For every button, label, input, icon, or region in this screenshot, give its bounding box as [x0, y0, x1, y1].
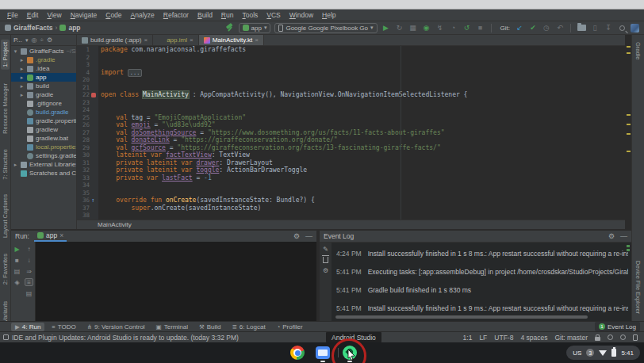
run-class-icon[interactable] [90, 91, 98, 99]
print-icon[interactable]: ▤ [25, 289, 33, 297]
menu-run[interactable]: Run [217, 10, 238, 20]
chevron-collapsed-icon[interactable]: ▸ [13, 162, 18, 168]
menu-build[interactable]: Build [194, 10, 217, 20]
tree-item-scratches-and-consoles[interactable]: Scratches and Consoles [11, 169, 76, 178]
chrome-icon[interactable] [290, 346, 305, 360]
chevron-collapsed-icon[interactable]: ▸ [19, 57, 25, 63]
tree-item-app[interactable]: ▸app [11, 73, 76, 82]
files-app-icon[interactable] [316, 346, 330, 359]
tree-item-build-gradle[interactable]: build.gradle [11, 108, 76, 117]
editor[interactable]: build.gradle (:app)×app.iml×MainActivity… [77, 35, 631, 229]
chevron-collapsed-icon[interactable]: ▸ [19, 83, 25, 90]
down-stack-icon[interactable]: ↓ [25, 256, 33, 264]
error-stripe[interactable] [625, 35, 631, 229]
editor-breadcrumb[interactable]: MainActivity [77, 220, 631, 229]
breadcrumb-module[interactable]: app [68, 24, 80, 32]
sync-icon[interactable] [462, 23, 472, 32]
rerun-icon[interactable]: ▶ [13, 245, 21, 253]
status-git-master[interactable]: Git: master [554, 334, 588, 342]
toolwindow-stripe-gradle[interactable]: Gradle [634, 40, 642, 63]
tree-item-gradle[interactable]: ▸gradle [11, 90, 76, 99]
menu-edit[interactable]: Edit [23, 10, 43, 20]
close-icon[interactable]: × [255, 36, 259, 44]
toolwindow-stripe-2-favorites[interactable]: 2: Favorites [1, 251, 10, 287]
apply-icon[interactable] [435, 23, 445, 32]
editor-tab-app-iml[interactable]: app.iml× [153, 35, 198, 45]
gear-icon[interactable]: ⚙ [608, 232, 615, 240]
code-area[interactable]: 1package com.naranjaconsal.giraffefacts2… [77, 46, 631, 220]
toolwindow-profiler[interactable]: ◔Profiler [273, 323, 307, 331]
lock-icon[interactable] [595, 337, 600, 341]
status-message[interactable]: IDE and Plugin Updates: Android Studio i… [12, 334, 239, 342]
event-log-button[interactable]: 1 Event Log [595, 322, 640, 331]
chevron-collapsed-icon[interactable]: ▸ [19, 75, 25, 81]
chevron-collapsed-icon[interactable]: ▸ [19, 66, 25, 72]
avatar[interactable] [631, 24, 639, 32]
menu-vcs[interactable]: VCS [263, 10, 284, 20]
sdk-icon[interactable] [604, 23, 613, 32]
gear-icon[interactable]: ⚙ [293, 232, 300, 240]
hide-panel-icon[interactable]: — [305, 232, 312, 240]
up-stack-icon[interactable]: ↑ [25, 245, 33, 253]
menu-tools[interactable]: Tools [238, 10, 262, 20]
close-icon[interactable]: × [59, 231, 63, 239]
notifications-icon[interactable] [633, 334, 638, 341]
tree-item-gradlew-bat[interactable]: gradlew.bat [11, 134, 76, 143]
tree-item-giraffefacts[interactable]: ▾GiraffeFacts ~/StudioProjects/GiraffeFa… [11, 47, 76, 55]
tree-item-local-properties[interactable]: local.properties [11, 143, 76, 151]
mark-read-icon[interactable]: ✎ [323, 246, 328, 253]
search-icon[interactable] [619, 25, 625, 31]
status-4-spaces[interactable]: 4 spaces [520, 334, 547, 342]
profiler-icon[interactable] [449, 23, 458, 32]
run-tab-app[interactable]: app × [34, 231, 67, 242]
breadcrumb-project[interactable]: GiraffeFacts [13, 24, 53, 32]
hide-panel-icon[interactable]: — [620, 232, 627, 240]
run-console[interactable] [35, 242, 316, 321]
menu-help[interactable]: Help [318, 10, 339, 20]
toolwindow-stripe-device-file-explorer[interactable]: Device File Explorer [634, 258, 642, 316]
horizontal-scrollbar[interactable] [335, 315, 588, 319]
dump-layout-icon[interactable]: ▤ [13, 267, 21, 275]
chevron-expanded-icon[interactable]: ▾ [13, 48, 18, 55]
coverage-icon[interactable] [408, 23, 418, 32]
toolwindow-version-control[interactable]: ⋔9: Version Control [83, 323, 149, 331]
close-icon[interactable]: × [190, 36, 194, 44]
settings-wrench-icon[interactable]: ⚙ [323, 267, 328, 274]
toolwindow-todo[interactable]: ≡TODO [48, 323, 79, 331]
highlight-level-icon[interactable] [608, 334, 613, 340]
toolwindow-logcat[interactable]: ≣6: Logcat [228, 323, 269, 331]
tree-item-external-libraries[interactable]: ▸External Libraries [11, 160, 76, 169]
tree-item-build[interactable]: ▸build [11, 82, 76, 90]
debug-icon[interactable] [422, 23, 431, 32]
device-folder-icon[interactable] [577, 23, 586, 32]
tree-item-gitignore[interactable]: .gitignore [11, 99, 76, 108]
close-icon[interactable]: × [144, 36, 148, 44]
menu-view[interactable]: View [43, 10, 65, 20]
menu-refactor[interactable]: Refactor [159, 10, 193, 20]
editor-tab-mainactivity-kt[interactable]: MainActivity.kt× [199, 35, 264, 45]
menu-code[interactable]: Code [102, 10, 125, 20]
project-tree[interactable]: ▾GiraffeFacts ~/StudioProjects/GiraffeFa… [11, 46, 76, 229]
tree-item-gradle[interactable]: ▸.gradle [11, 55, 76, 64]
run-configuration-select[interactable]: app ▾ [239, 23, 271, 33]
build-hammer-icon[interactable] [225, 23, 235, 32]
git-commit-icon[interactable] [528, 23, 538, 32]
tree-item-gradle-properties[interactable]: gradle.properties [11, 117, 76, 125]
editor-tab-build-gradle-app[interactable]: build.gradle (:app)× [77, 35, 153, 45]
menu-analyze[interactable]: Analyze [127, 10, 159, 20]
play-icon[interactable] [381, 23, 391, 32]
project-view-selector[interactable]: P... [13, 36, 22, 44]
stop-icon[interactable]: ■ [13, 256, 21, 264]
toolwindow-build[interactable]: ⚒Build [195, 323, 225, 331]
chevron-collapsed-icon[interactable]: ▸ [19, 92, 25, 98]
updates-icon[interactable] [3, 334, 9, 340]
status-1-1[interactable]: 1:1 [463, 334, 473, 342]
toolwindow-stripe-resource-manager[interactable]: Resource Manager [1, 81, 10, 136]
system-tray[interactable]: US 3 5:41 [566, 346, 640, 360]
menu-window[interactable]: Window [286, 10, 317, 20]
collapse-all-icon[interactable]: ÷ [40, 36, 43, 44]
status-utf-8[interactable]: UTF-8 [494, 334, 513, 342]
restore-layout-icon[interactable]: ⇒ [25, 267, 33, 275]
clear-log-icon[interactable] [323, 257, 328, 263]
tree-item-settings-gradle[interactable]: settings.gradle [11, 151, 76, 160]
